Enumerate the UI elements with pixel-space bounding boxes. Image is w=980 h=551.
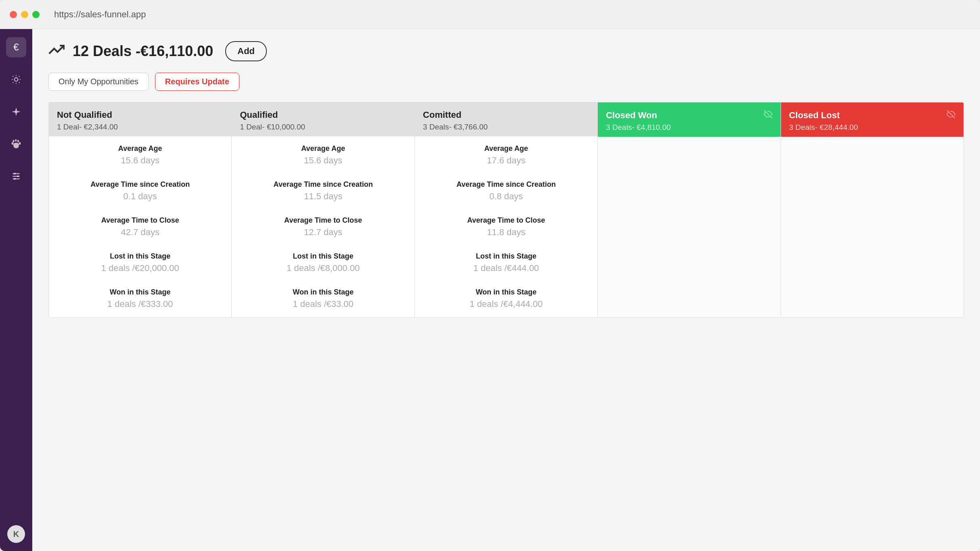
stat-block-committed: Average Time to Close 11.8 days (423, 216, 589, 238)
stat-value: 0.1 days (124, 191, 157, 202)
sidebar: € (0, 29, 32, 551)
stat-block-qualified: Average Age 15.6 days (240, 144, 406, 166)
stat-block-not-qualified: Lost in this Stage 1 deals /€20,000.00 (57, 252, 223, 273)
stage-body-closed-won (598, 137, 780, 317)
close-button[interactable] (10, 11, 17, 18)
stat-label: Average Time to Close (101, 216, 179, 225)
stat-label: Average Time to Close (284, 216, 362, 225)
filter-row: Only My Opportunities Requires Update (48, 73, 964, 91)
stat-value: 0.8 days (489, 191, 523, 202)
stat-block-not-qualified: Won in this Stage 1 deals /€333.00 (57, 288, 223, 309)
svg-point-5 (12, 142, 14, 145)
stage-body-committed: Average Age 17.6 days Average Time since… (415, 136, 597, 317)
stat-block-committed: Average Time since Creation 0.8 days (423, 180, 589, 202)
stat-label: Average Time since Creation (90, 180, 190, 189)
stage-name-qualified: Qualified (240, 110, 278, 120)
stage-deals-qualified: 1 Deal- €10,000.00 (240, 123, 406, 131)
app-body: € (0, 29, 980, 551)
stat-block-qualified: Won in this Stage 1 deals /€33.00 (240, 288, 406, 309)
stat-block-committed: Average Age 17.6 days (423, 144, 589, 166)
sidebar-icon-euro[interactable]: € (6, 37, 26, 57)
stage-col-qualified: Qualified 1 Deal- €10,000.00 Average Age… (232, 102, 415, 317)
stat-label: Average Time since Creation (274, 180, 373, 189)
svg-point-1 (13, 140, 14, 142)
sidebar-icon-weather[interactable] (6, 69, 26, 90)
stat-value: 1 deals /€4,444.00 (469, 299, 542, 309)
requires-update-button[interactable]: Requires Update (155, 73, 239, 91)
stat-value: 11.5 days (304, 191, 342, 202)
stat-label: Lost in this Stage (293, 252, 354, 261)
stat-label: Average Time since Creation (456, 180, 556, 189)
stat-label: Average Age (484, 144, 528, 153)
stat-block-not-qualified: Average Age 15.6 days (57, 144, 223, 166)
svg-point-2 (15, 139, 17, 142)
svg-point-11 (14, 178, 16, 179)
stat-value: 1 deals /€333.00 (107, 299, 173, 309)
stat-value: 17.6 days (487, 155, 525, 166)
stage-name-committed: Comitted (423, 110, 461, 120)
stat-label: Won in this Stage (476, 288, 537, 296)
stage-body-not-qualified: Average Age 15.6 days Average Time since… (49, 136, 231, 317)
eye-icon-closed-won[interactable] (764, 110, 773, 121)
traffic-lights (10, 11, 40, 18)
stage-header-closed-lost: Closed Lost 3 Deals- €28,444.00 (781, 102, 963, 137)
stat-value: 1 deals /€8,000.00 (287, 263, 360, 273)
eye-icon-closed-lost[interactable] (946, 110, 955, 121)
minimize-button[interactable] (21, 11, 28, 18)
stat-value: 1 deals /€444.00 (473, 263, 539, 273)
svg-point-4 (19, 142, 21, 145)
stage-col-closed-lost: Closed Lost 3 Deals- €28,444.00 (781, 102, 963, 317)
stat-block-qualified: Average Time since Creation 11.5 days (240, 180, 406, 202)
sidebar-icon-paw[interactable] (6, 134, 26, 154)
stage-col-not-qualified: Not Qualified 1 Deal- €2,344.00 Average … (49, 102, 232, 317)
stage-deals-closed-lost: 3 Deals- €28,444.00 (789, 123, 955, 132)
stage-header-not-qualified: Not Qualified 1 Deal- €2,344.00 (49, 102, 231, 136)
pipeline-table: Not Qualified 1 Deal- €2,344.00 Average … (48, 102, 964, 318)
svg-point-3 (17, 140, 19, 142)
stat-label: Average Age (118, 144, 162, 153)
svg-point-0 (15, 78, 18, 81)
stage-header-qualified: Qualified 1 Deal- €10,000.00 (232, 102, 414, 136)
svg-point-9 (14, 173, 16, 174)
sidebar-bottom: K (7, 525, 25, 543)
sidebar-icon-sliders[interactable] (6, 166, 26, 186)
user-avatar[interactable]: K (7, 525, 25, 543)
stage-name-not-qualified: Not Qualified (57, 110, 112, 120)
stage-col-closed-won: Closed Won 3 Deals- €4,810.00 (598, 102, 781, 317)
stat-block-qualified: Average Time to Close 12.7 days (240, 216, 406, 238)
svg-point-10 (17, 175, 19, 177)
stat-block-committed: Lost in this Stage 1 deals /€444.00 (423, 252, 589, 273)
stat-value: 15.6 days (121, 155, 159, 166)
stat-block-qualified: Lost in this Stage 1 deals /€8,000.00 (240, 252, 406, 273)
stage-header-committed: Comitted 3 Deals- €3,766.00 (415, 102, 597, 136)
main-content: 12 Deals -€16,110.00 Add Only My Opportu… (32, 29, 980, 551)
stat-label: Lost in this Stage (110, 252, 170, 261)
stat-value: 12.7 days (304, 227, 342, 238)
stat-label: Average Time to Close (467, 216, 545, 225)
stat-block-not-qualified: Average Time since Creation 0.1 days (57, 180, 223, 202)
stat-value: 1 deals /€20,000.00 (101, 263, 179, 273)
url-bar: https://sales-funnel.app (54, 9, 146, 20)
stat-value: 1 deals /€33.00 (293, 299, 353, 309)
stat-value: 11.8 days (487, 227, 525, 238)
stage-body-closed-lost (781, 137, 963, 317)
stage-header-closed-won: Closed Won 3 Deals- €4,810.00 (598, 102, 780, 137)
header-row: 12 Deals -€16,110.00 Add (48, 41, 964, 61)
add-button[interactable]: Add (225, 41, 267, 61)
stat-value: 42.7 days (121, 227, 159, 238)
stage-deals-committed: 3 Deals- €3,766.00 (423, 123, 589, 131)
stat-label: Average Age (301, 144, 345, 153)
stat-block-committed: Won in this Stage 1 deals /€4,444.00 (423, 288, 589, 309)
only-my-opportunities-button[interactable]: Only My Opportunities (48, 73, 149, 91)
app-window: https://sales-funnel.app € (0, 0, 980, 551)
trend-icon (48, 42, 65, 61)
stat-label: Won in this Stage (293, 288, 354, 296)
sidebar-icon-sparkle[interactable] (6, 102, 26, 122)
stage-name-closed-lost: Closed Lost (789, 110, 840, 121)
stat-block-not-qualified: Average Time to Close 42.7 days (57, 216, 223, 238)
stage-col-committed: Comitted 3 Deals- €3,766.00 Average Age … (415, 102, 598, 317)
maximize-button[interactable] (32, 11, 40, 18)
stage-deals-not-qualified: 1 Deal- €2,344.00 (57, 123, 223, 131)
stage-deals-closed-won: 3 Deals- €4,810.00 (606, 123, 772, 132)
stat-value: 15.6 days (304, 155, 342, 166)
